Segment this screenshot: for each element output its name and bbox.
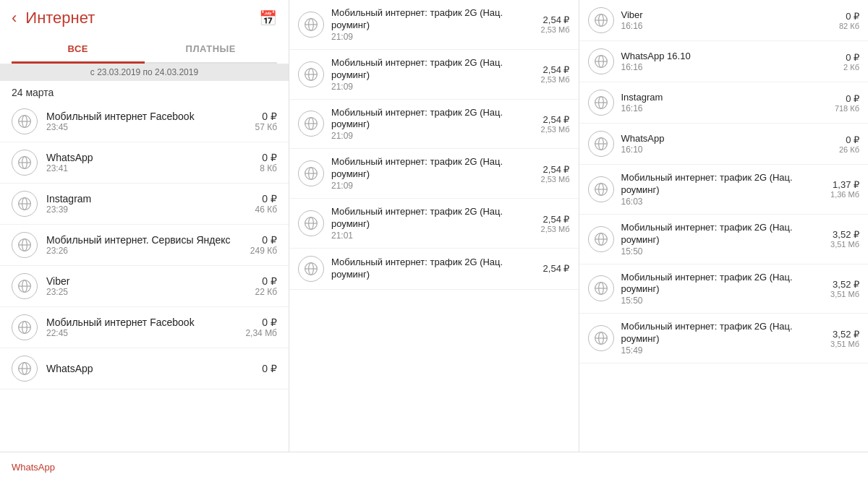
item-size: 3,51 Мб (830, 340, 859, 348)
item-name: Мобильный интернет: трафик 2G (Нац. роум… (331, 257, 539, 281)
globe-icon (588, 90, 614, 116)
list-item[interactable]: Instagram 23:39 0 ₽ 46 Кб (0, 184, 289, 225)
globe-icon (298, 12, 324, 38)
mid-list-item[interactable]: Мобильный интернет: трафик 2G (Нац. роум… (579, 165, 869, 215)
mid-list-item[interactable]: Мобильный интернет: трафик 2G (Нац. роум… (289, 199, 579, 249)
mid-list-item[interactable]: Мобильный интернет: трафик 2G (Нац. роум… (579, 215, 869, 264)
item-price: 2,54 ₽ (541, 114, 570, 125)
item-time: 22:45 (46, 328, 239, 338)
tab-all[interactable]: ВСЕ (12, 36, 145, 64)
globe-icon (298, 61, 324, 87)
item-name: Мобильный интернет: трафик 2G (Нац. роум… (331, 57, 537, 82)
mid-list-item[interactable]: WhatsApp 16:10 0 ₽ 26 Кб (579, 124, 869, 165)
item-name: Viber (621, 9, 835, 22)
list-item[interactable]: Мобильный интернет. Сервисы Яндекс 23:26… (0, 225, 289, 266)
item-price: 0 ₽ (262, 363, 277, 374)
item-price: 2,54 ₽ (541, 164, 570, 175)
mid-list-item[interactable]: Instagram 16:16 0 ₽ 718 Кб (579, 82, 869, 124)
item-time: 16:16 (621, 62, 840, 72)
item-time: 21:01 (331, 231, 537, 241)
item-price: 2,54 ₽ (543, 263, 570, 274)
mid-list-item[interactable]: Мобильный интернет: трафик 2G (Нац. роум… (579, 264, 869, 314)
item-price: 0 ₽ (255, 111, 277, 122)
item-name: Instagram (621, 92, 830, 104)
globe-icon (588, 176, 614, 202)
item-size: 718 Кб (835, 104, 859, 113)
mid-list-item[interactable]: Мобильный интернет: трафик 2G (Нац. роум… (579, 314, 869, 363)
mid-list-item[interactable]: Мобильный интернет: трафик 2G (Нац. роум… (289, 100, 579, 150)
item-size: 57 Кб (255, 122, 277, 132)
item-name: Мобильный интернет: трафик 2G (Нац. роум… (331, 7, 537, 32)
item-price: 2,54 ₽ (541, 64, 570, 75)
item-name: WhatsApp (46, 363, 256, 374)
globe-icon (12, 356, 38, 382)
item-time: 15:50 (621, 246, 827, 257)
item-name: Мобильный интернет: трафик 2G (Нац. роум… (621, 172, 827, 197)
item-price: 0 ₽ (839, 11, 859, 22)
item-name: Мобильный интернет: трафик 2G (Нац. роум… (331, 107, 537, 132)
calendar-icon[interactable]: 📅 (259, 9, 277, 27)
item-name: Мобильный интернет Facebook (46, 111, 249, 122)
globe-icon (12, 314, 38, 340)
item-price: 1,37 ₽ (830, 179, 859, 190)
list-item[interactable]: WhatsApp 0 ₽ (0, 348, 289, 390)
item-size: 2,53 Мб (541, 125, 570, 134)
globe-icon (298, 160, 324, 186)
bottom-bar-label: WhatsApp (12, 462, 55, 473)
mid-list-item[interactable]: Мобильный интернет: трафик 2G (Нац. роум… (289, 149, 579, 199)
item-name: Мобильный интернет Facebook (46, 317, 239, 328)
item-price: 0 ₽ (839, 134, 859, 145)
item-name: Мобильный интернет: трафик 2G (Нац. роум… (621, 222, 827, 246)
item-size: 2,53 Мб (541, 75, 570, 84)
mid-list-item[interactable]: Мобильный интернет: трафик 2G (Нац. роум… (289, 50, 579, 100)
list-item[interactable]: Мобильный интернет Facebook 23:45 0 ₽ 57… (0, 101, 289, 142)
item-name: Мобильный интернет: трафик 2G (Нац. роум… (331, 156, 537, 181)
item-time: 16:10 (621, 145, 835, 155)
column-3: Viber 16:16 0 ₽ 82 Кб WhatsApp 16.10 16:… (579, 0, 869, 452)
tab-bar: ВСЕ ПЛАТНЫЕ (12, 36, 277, 64)
mid-list-item[interactable]: WhatsApp 16.10 16:16 0 ₽ 2 Кб (579, 41, 869, 82)
globe-icon (12, 232, 38, 258)
item-size: 8 Кб (260, 163, 277, 173)
item-time: 16:16 (621, 21, 835, 31)
globe-icon (588, 226, 614, 252)
section-date: 24 марта (0, 81, 289, 101)
tab-paid[interactable]: ПЛАТНЫЕ (145, 36, 278, 62)
item-size: 26 Кб (839, 145, 859, 154)
item-name: Мобильный интернет: трафик 2G (Нац. роум… (621, 272, 827, 296)
globe-icon (588, 131, 614, 157)
item-time: 23:45 (46, 122, 249, 132)
mid-list-item[interactable]: Viber 16:16 0 ₽ 82 Кб (579, 0, 869, 41)
item-name: Instagram (46, 193, 249, 205)
mid-list-item[interactable]: Мобильный интернет: трафик 2G (Нац. роум… (289, 249, 579, 290)
item-time: 21:09 (331, 181, 537, 191)
list-item[interactable]: Мобильный интернет Facebook 22:45 0 ₽ 2,… (0, 307, 289, 348)
list-item[interactable]: WhatsApp 23:41 0 ₽ 8 Кб (0, 142, 289, 184)
item-size: 82 Кб (839, 22, 859, 30)
item-size: 249 Кб (250, 246, 277, 256)
item-size: 3,51 Мб (830, 240, 859, 249)
item-price: 2,54 ₽ (541, 214, 570, 225)
mid-list-item[interactable]: Мобильный интернет: трафик 2G (Нац. роум… (289, 0, 579, 50)
back-button[interactable]: ‹ (12, 9, 17, 27)
globe-icon (588, 325, 614, 351)
item-price: 0 ₽ (255, 193, 277, 205)
list-item[interactable]: Viber 23:25 0 ₽ 22 Кб (0, 266, 289, 307)
globe-icon (12, 108, 38, 134)
globe-icon (12, 150, 38, 176)
item-time: 21:09 (331, 32, 537, 42)
item-size: 2,53 Мб (541, 225, 570, 233)
col1-header: ‹ Интернет 📅 ВСЕ ПЛАТНЫЕ (0, 0, 289, 64)
column-2: Мобильный интернет: трафик 2G (Нац. роум… (289, 0, 579, 452)
item-price: 0 ₽ (245, 317, 277, 328)
item-name: Мобильный интернет: трафик 2G (Нац. роум… (621, 321, 827, 345)
column-1: ‹ Интернет 📅 ВСЕ ПЛАТНЫЕ с 23.03.2019 по… (0, 0, 289, 452)
globe-icon (298, 256, 324, 282)
item-size: 22 Кб (255, 287, 277, 297)
item-size: 2,34 Мб (245, 328, 277, 338)
globe-icon (588, 7, 614, 33)
item-price: 3,52 ₽ (830, 279, 859, 290)
item-size: 2,53 Мб (541, 25, 570, 34)
globe-icon (12, 191, 38, 217)
item-size: 3,51 Мб (830, 290, 859, 298)
